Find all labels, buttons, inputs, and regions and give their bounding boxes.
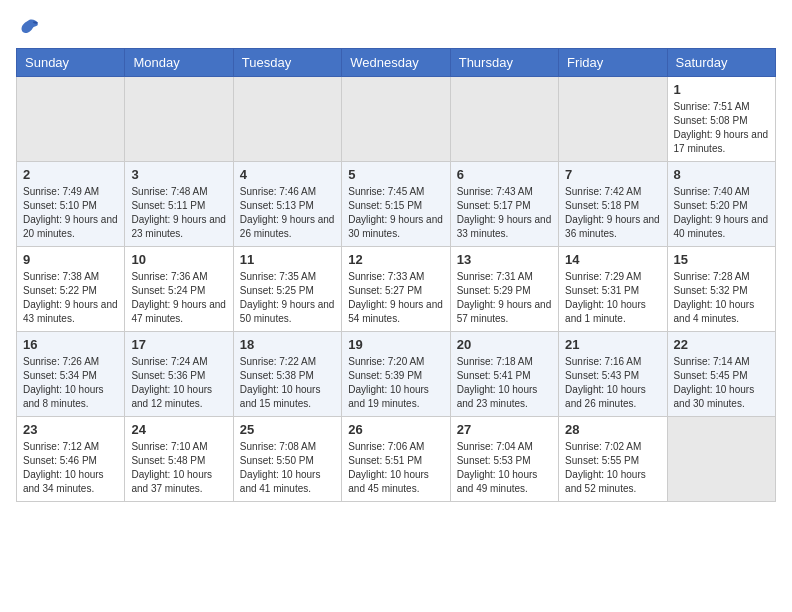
day-number: 17 [131,337,226,352]
day-number: 16 [23,337,118,352]
calendar-cell: 21Sunrise: 7:16 AM Sunset: 5:43 PM Dayli… [559,332,667,417]
day-number: 1 [674,82,769,97]
calendar-cell: 5Sunrise: 7:45 AM Sunset: 5:15 PM Daylig… [342,162,450,247]
calendar-header-tuesday: Tuesday [233,49,341,77]
calendar-cell [559,77,667,162]
day-info: Sunrise: 7:12 AM Sunset: 5:46 PM Dayligh… [23,440,118,496]
day-number: 11 [240,252,335,267]
calendar-cell: 10Sunrise: 7:36 AM Sunset: 5:24 PM Dayli… [125,247,233,332]
calendar-cell: 19Sunrise: 7:20 AM Sunset: 5:39 PM Dayli… [342,332,450,417]
calendar-week-row: 23Sunrise: 7:12 AM Sunset: 5:46 PM Dayli… [17,417,776,502]
day-info: Sunrise: 7:18 AM Sunset: 5:41 PM Dayligh… [457,355,552,411]
day-info: Sunrise: 7:16 AM Sunset: 5:43 PM Dayligh… [565,355,660,411]
logo [16,16,44,40]
calendar-table: SundayMondayTuesdayWednesdayThursdayFrid… [16,48,776,502]
day-number: 7 [565,167,660,182]
calendar-cell: 12Sunrise: 7:33 AM Sunset: 5:27 PM Dayli… [342,247,450,332]
page-header [16,16,776,40]
calendar-cell: 25Sunrise: 7:08 AM Sunset: 5:50 PM Dayli… [233,417,341,502]
calendar-cell: 3Sunrise: 7:48 AM Sunset: 5:11 PM Daylig… [125,162,233,247]
day-info: Sunrise: 7:06 AM Sunset: 5:51 PM Dayligh… [348,440,443,496]
day-info: Sunrise: 7:35 AM Sunset: 5:25 PM Dayligh… [240,270,335,326]
calendar-week-row: 9Sunrise: 7:38 AM Sunset: 5:22 PM Daylig… [17,247,776,332]
calendar-cell: 17Sunrise: 7:24 AM Sunset: 5:36 PM Dayli… [125,332,233,417]
day-info: Sunrise: 7:04 AM Sunset: 5:53 PM Dayligh… [457,440,552,496]
day-info: Sunrise: 7:08 AM Sunset: 5:50 PM Dayligh… [240,440,335,496]
day-info: Sunrise: 7:49 AM Sunset: 5:10 PM Dayligh… [23,185,118,241]
day-info: Sunrise: 7:20 AM Sunset: 5:39 PM Dayligh… [348,355,443,411]
day-number: 4 [240,167,335,182]
calendar-cell [125,77,233,162]
calendar-cell: 1Sunrise: 7:51 AM Sunset: 5:08 PM Daylig… [667,77,775,162]
day-number: 25 [240,422,335,437]
day-number: 8 [674,167,769,182]
calendar-cell: 4Sunrise: 7:46 AM Sunset: 5:13 PM Daylig… [233,162,341,247]
calendar-cell: 15Sunrise: 7:28 AM Sunset: 5:32 PM Dayli… [667,247,775,332]
calendar-cell: 18Sunrise: 7:22 AM Sunset: 5:38 PM Dayli… [233,332,341,417]
day-number: 26 [348,422,443,437]
day-number: 10 [131,252,226,267]
day-number: 21 [565,337,660,352]
calendar-header-saturday: Saturday [667,49,775,77]
day-info: Sunrise: 7:14 AM Sunset: 5:45 PM Dayligh… [674,355,769,411]
calendar-cell: 26Sunrise: 7:06 AM Sunset: 5:51 PM Dayli… [342,417,450,502]
day-info: Sunrise: 7:29 AM Sunset: 5:31 PM Dayligh… [565,270,660,326]
calendar-week-row: 16Sunrise: 7:26 AM Sunset: 5:34 PM Dayli… [17,332,776,417]
day-info: Sunrise: 7:51 AM Sunset: 5:08 PM Dayligh… [674,100,769,156]
day-number: 24 [131,422,226,437]
calendar-cell: 20Sunrise: 7:18 AM Sunset: 5:41 PM Dayli… [450,332,558,417]
day-number: 9 [23,252,118,267]
day-number: 6 [457,167,552,182]
day-info: Sunrise: 7:28 AM Sunset: 5:32 PM Dayligh… [674,270,769,326]
day-number: 3 [131,167,226,182]
calendar-header-thursday: Thursday [450,49,558,77]
calendar-week-row: 1Sunrise: 7:51 AM Sunset: 5:08 PM Daylig… [17,77,776,162]
calendar-cell: 11Sunrise: 7:35 AM Sunset: 5:25 PM Dayli… [233,247,341,332]
day-number: 14 [565,252,660,267]
day-number: 15 [674,252,769,267]
calendar-cell [342,77,450,162]
calendar-cell [233,77,341,162]
calendar-header-monday: Monday [125,49,233,77]
day-info: Sunrise: 7:48 AM Sunset: 5:11 PM Dayligh… [131,185,226,241]
day-info: Sunrise: 7:10 AM Sunset: 5:48 PM Dayligh… [131,440,226,496]
logo-bird-icon [16,16,40,40]
day-number: 23 [23,422,118,437]
day-info: Sunrise: 7:33 AM Sunset: 5:27 PM Dayligh… [348,270,443,326]
day-info: Sunrise: 7:45 AM Sunset: 5:15 PM Dayligh… [348,185,443,241]
day-info: Sunrise: 7:43 AM Sunset: 5:17 PM Dayligh… [457,185,552,241]
calendar-cell: 8Sunrise: 7:40 AM Sunset: 5:20 PM Daylig… [667,162,775,247]
calendar-cell [450,77,558,162]
calendar-cell: 28Sunrise: 7:02 AM Sunset: 5:55 PM Dayli… [559,417,667,502]
day-number: 20 [457,337,552,352]
day-info: Sunrise: 7:40 AM Sunset: 5:20 PM Dayligh… [674,185,769,241]
day-info: Sunrise: 7:02 AM Sunset: 5:55 PM Dayligh… [565,440,660,496]
calendar-cell: 14Sunrise: 7:29 AM Sunset: 5:31 PM Dayli… [559,247,667,332]
calendar-header-wednesday: Wednesday [342,49,450,77]
calendar-cell [667,417,775,502]
day-number: 27 [457,422,552,437]
day-number: 18 [240,337,335,352]
calendar-cell: 13Sunrise: 7:31 AM Sunset: 5:29 PM Dayli… [450,247,558,332]
day-info: Sunrise: 7:42 AM Sunset: 5:18 PM Dayligh… [565,185,660,241]
day-number: 12 [348,252,443,267]
day-info: Sunrise: 7:26 AM Sunset: 5:34 PM Dayligh… [23,355,118,411]
day-info: Sunrise: 7:46 AM Sunset: 5:13 PM Dayligh… [240,185,335,241]
day-number: 22 [674,337,769,352]
calendar-cell: 24Sunrise: 7:10 AM Sunset: 5:48 PM Dayli… [125,417,233,502]
calendar-cell [17,77,125,162]
day-info: Sunrise: 7:38 AM Sunset: 5:22 PM Dayligh… [23,270,118,326]
calendar-cell: 6Sunrise: 7:43 AM Sunset: 5:17 PM Daylig… [450,162,558,247]
day-number: 5 [348,167,443,182]
day-number: 28 [565,422,660,437]
calendar-cell: 16Sunrise: 7:26 AM Sunset: 5:34 PM Dayli… [17,332,125,417]
calendar-cell: 27Sunrise: 7:04 AM Sunset: 5:53 PM Dayli… [450,417,558,502]
calendar-cell: 2Sunrise: 7:49 AM Sunset: 5:10 PM Daylig… [17,162,125,247]
calendar-header-sunday: Sunday [17,49,125,77]
day-number: 19 [348,337,443,352]
day-info: Sunrise: 7:24 AM Sunset: 5:36 PM Dayligh… [131,355,226,411]
day-info: Sunrise: 7:31 AM Sunset: 5:29 PM Dayligh… [457,270,552,326]
day-number: 13 [457,252,552,267]
calendar-cell: 9Sunrise: 7:38 AM Sunset: 5:22 PM Daylig… [17,247,125,332]
calendar-header-friday: Friday [559,49,667,77]
